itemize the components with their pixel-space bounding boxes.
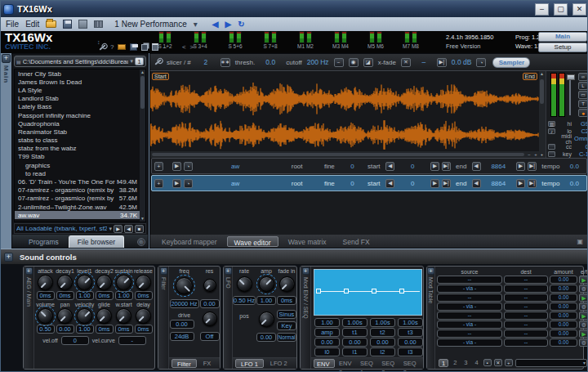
mod-tool-button[interactable]: ✕ bbox=[494, 359, 502, 366]
drive-value[interactable]: 0.00 bbox=[170, 320, 194, 329]
mod-ef-icon[interactable]: ⚙ bbox=[579, 285, 588, 293]
fine-value[interactable]: 0 bbox=[343, 180, 362, 187]
tool-minus-icon[interactable]: − bbox=[334, 58, 344, 67]
modenv-add-button[interactable]: + bbox=[302, 267, 310, 275]
env-cell[interactable]: l1 bbox=[342, 347, 368, 356]
fadein-value[interactable]: 0ms bbox=[277, 296, 296, 305]
path-dropdown-icon[interactable]: ▾ bbox=[130, 58, 133, 65]
copy-icon[interactable] bbox=[141, 44, 148, 51]
knob[interactable] bbox=[136, 308, 151, 324]
menu-file[interactable]: File bbox=[6, 20, 19, 29]
knob-value[interactable]: 0ms bbox=[135, 325, 153, 334]
knob[interactable] bbox=[136, 275, 151, 290]
start-marker[interactable]: Start bbox=[152, 73, 169, 80]
path-badge[interactable]: 1 bbox=[135, 57, 144, 65]
current-path[interactable]: C:\Documents and Settings\ddc\Bureau\ bbox=[23, 58, 129, 65]
mod-dest[interactable]: -- bbox=[504, 294, 548, 302]
file-row[interactable]: Reanimator Stab bbox=[15, 128, 145, 136]
path-bar[interactable]: ▤ C:\Documents and Settings\ddc\Bureau\ … bbox=[14, 56, 146, 67]
editor-tab[interactable]: Send FX bbox=[336, 236, 376, 247]
mod-amount[interactable]: 0.00 bbox=[550, 285, 577, 293]
modenv-tab[interactable]: SEQ 1 bbox=[358, 359, 377, 368]
file-row[interactable]: T99 Stab bbox=[15, 153, 145, 161]
waveform-display[interactable]: Start End − + bbox=[150, 71, 539, 158]
lfo-tab[interactable]: LFO 2 bbox=[265, 359, 292, 368]
sampler-button[interactable]: Sampler bbox=[492, 57, 530, 68]
env-cell[interactable]: t3 bbox=[398, 328, 423, 337]
end-dec-icon[interactable]: ◀ bbox=[472, 179, 481, 188]
root-label[interactable]: root bbox=[278, 163, 316, 170]
open-icon[interactable] bbox=[46, 20, 56, 28]
file-row[interactable]: 07-ramirez - orgasmico (remix by 38.2M bbox=[15, 186, 145, 195]
slice-row[interactable]: + ▶ ◔ aw root fine 0 start ◀ 0 ▶ ▶| end … bbox=[151, 175, 587, 191]
mod-ef-icon[interactable]: ▶ bbox=[579, 329, 588, 338]
env-cell[interactable]: 0.00 bbox=[398, 338, 423, 347]
waveform-hscrollbar[interactable]: − + bbox=[150, 151, 539, 158]
slice-name[interactable]: aw bbox=[195, 163, 276, 170]
mod-source[interactable]: -- bbox=[437, 276, 502, 284]
open-program-icon[interactable] bbox=[118, 44, 126, 50]
preview-play-button[interactable]: ▶ bbox=[114, 225, 122, 233]
mod-amount[interactable]: 0.00 bbox=[550, 329, 577, 338]
filter-tab[interactable]: Filter bbox=[172, 359, 197, 368]
mod-amount[interactable]: 0.00 bbox=[550, 294, 577, 302]
param-value[interactable]: Omni bbox=[574, 135, 588, 142]
level-fader[interactable] bbox=[569, 74, 571, 115]
amp-knob[interactable] bbox=[259, 276, 274, 292]
filter-slope[interactable]: 24dB bbox=[170, 332, 194, 341]
mod-page-tab[interactable]: 3 bbox=[461, 359, 470, 367]
mod-page-tab[interactable]: 4 bbox=[473, 359, 481, 367]
env-cell[interactable]: 0.00 bbox=[314, 338, 340, 347]
file-row[interactable]: stabz from the wabz bbox=[15, 145, 145, 153]
slice-loop-icon[interactable]: ◔ bbox=[184, 179, 193, 188]
mod-dest[interactable]: -- bbox=[504, 285, 548, 293]
knob-value[interactable]: 0ms bbox=[115, 325, 133, 334]
xfade-clear-icon[interactable]: ✕ bbox=[401, 58, 411, 67]
slice-play-icon[interactable]: ▶ bbox=[172, 162, 181, 171]
knob[interactable] bbox=[57, 308, 73, 324]
root-label[interactable]: root bbox=[278, 180, 316, 187]
env-cell[interactable]: t1 bbox=[342, 328, 368, 337]
vscroll-up-icon[interactable]: ▲ bbox=[539, 71, 545, 77]
setup-button[interactable]: Setup bbox=[538, 43, 587, 52]
zoom-out-icon[interactable]: − bbox=[526, 152, 532, 158]
preview-rewind-button[interactable]: ◀ bbox=[124, 225, 133, 233]
end-dec-icon[interactable]: ◀ bbox=[472, 162, 481, 171]
file-row[interactable]: LA Style bbox=[15, 86, 145, 94]
panel-group-label[interactable]: Main bbox=[2, 65, 10, 83]
freq-knob[interactable] bbox=[176, 277, 193, 294]
lfo-add-button[interactable]: + bbox=[225, 267, 232, 275]
modenv-tab[interactable]: SEQ 3 bbox=[401, 359, 421, 368]
knob[interactable] bbox=[57, 275, 73, 290]
sound-controls-header[interactable]: + Sound controls bbox=[1, 249, 588, 264]
slice-play-icon[interactable]: ▶ bbox=[172, 179, 181, 188]
gain-knob-icon[interactable]: ◔ bbox=[476, 58, 486, 67]
start-snap-icon[interactable]: ▶| bbox=[442, 179, 451, 188]
knob-value[interactable]: 0ms bbox=[135, 291, 153, 300]
mod-amount[interactable]: 0.00 bbox=[550, 276, 577, 284]
start-value[interactable]: 0 bbox=[397, 180, 428, 187]
tool-target-icon[interactable]: ◉ bbox=[349, 58, 359, 67]
mod-source[interactable]: -- bbox=[437, 329, 502, 338]
env-node[interactable] bbox=[316, 289, 321, 294]
end-value[interactable]: 8864 bbox=[483, 163, 514, 170]
mod-page-tab[interactable]: 1 bbox=[439, 359, 448, 367]
knob[interactable] bbox=[77, 275, 92, 290]
mod-page-tab[interactable]: 2 bbox=[451, 359, 459, 367]
env-cell[interactable]: 0.00 bbox=[342, 338, 368, 347]
preview-stop-button[interactable]: ■ bbox=[135, 225, 144, 233]
mod-dest[interactable]: -- bbox=[504, 320, 548, 329]
slice-now-button[interactable]: ∗∗ bbox=[220, 58, 230, 67]
snap-icon[interactable]: ▶| bbox=[437, 58, 447, 67]
slicer-count[interactable]: 2 bbox=[196, 58, 216, 66]
end-snap-icon[interactable]: ▶| bbox=[528, 162, 537, 171]
add-slice-icon[interactable]: + bbox=[154, 162, 163, 171]
file-row[interactable]: 07-ramirez - orgasmico (remix by 57.6M bbox=[15, 195, 145, 203]
file-list-scrollbar[interactable]: ▲ ▼ bbox=[140, 69, 145, 222]
start-inc-icon[interactable]: ▶ bbox=[430, 179, 439, 188]
pos-value[interactable]: 0.00 bbox=[256, 333, 276, 342]
prev-performance-icon[interactable]: ◀ bbox=[212, 20, 219, 29]
xfade-value[interactable]: – bbox=[416, 58, 432, 66]
slice-name[interactable]: aw bbox=[195, 180, 276, 187]
mod-tool-button[interactable]: ▪ bbox=[483, 359, 492, 366]
